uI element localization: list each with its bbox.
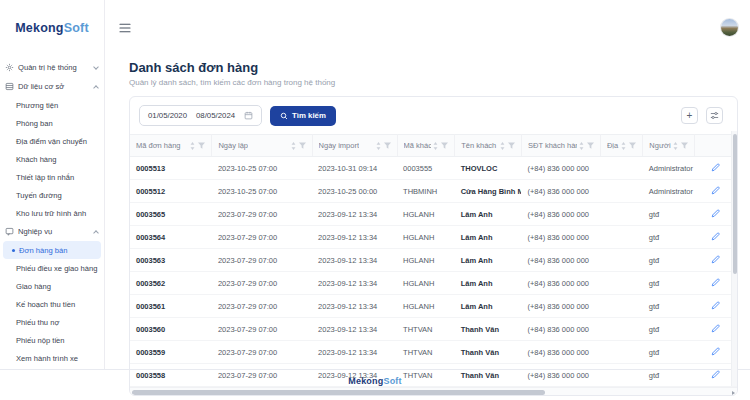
date-from-value[interactable]: 01/05/2020 (148, 111, 187, 120)
column-header[interactable]: Mã khách hàng (397, 135, 455, 157)
table-cell: Lâm Anh (455, 249, 522, 272)
column-settings-button[interactable] (706, 107, 723, 124)
vertical-scrollbar[interactable] (731, 131, 737, 386)
filter-icon[interactable] (299, 142, 306, 149)
table-cell (600, 341, 642, 364)
column-header[interactable]: Mã đơn hàng (130, 135, 212, 157)
sliders-icon (710, 111, 719, 120)
filter-icon[interactable] (629, 142, 636, 149)
sidebar-item[interactable]: Kho lưu trữ hình ảnh (0, 204, 104, 222)
date-to-value[interactable]: 08/05/2024 (196, 111, 235, 120)
sidebar-group-base-data[interactable]: Dữ liệu cơ sở (0, 77, 104, 96)
sort-icon[interactable] (673, 142, 678, 150)
filter-icon[interactable] (587, 142, 594, 149)
edit-pencil-icon[interactable] (711, 370, 720, 379)
sidebar-item[interactable]: Phòng ban (0, 114, 104, 132)
column-header[interactable]: Ngày lập (212, 135, 312, 157)
sidebar-item-label: Địa điểm vận chuyển (16, 137, 87, 146)
sort-icon[interactable] (621, 142, 626, 150)
table-cell: 0003560 (130, 318, 212, 341)
pagination: Số dòng trên trang 10 Trang 2 / 15 «‹›» (129, 396, 738, 400)
sidebar-item-label: Khách hàng (16, 155, 57, 164)
edit-pencil-icon[interactable] (711, 186, 720, 195)
edit-pencil-icon[interactable] (711, 301, 720, 310)
column-header-label: Người lập (649, 141, 671, 150)
sort-icon[interactable] (433, 142, 438, 150)
column-header[interactable]: Tên khách hàng (455, 135, 522, 157)
column-header[interactable]: Ngày import (312, 135, 397, 157)
table-cell: gtđ (643, 272, 695, 295)
main-content: Danh sách đơn hàng Quản lý danh sách, tì… (105, 55, 750, 369)
edit-pencil-icon[interactable] (711, 324, 720, 333)
table-cell (600, 180, 642, 203)
table-toolbar: 01/05/2020 08/05/2024 Tìm kiếm + (130, 97, 737, 134)
sidebar-item[interactable]: Kế hoạch thu tiền (0, 295, 104, 313)
table-cell: Lâm Anh (455, 272, 522, 295)
table-cell: 2023-09-12 13:34 (312, 226, 397, 249)
sidebar-item[interactable]: Giao hàng (0, 277, 104, 295)
filter-icon[interactable] (508, 142, 515, 149)
sidebar-item[interactable]: Phiếu điều xe giao hàng (0, 259, 104, 277)
sidebar-item[interactable]: Phiếu thu nợ (0, 313, 104, 331)
table-cell: 0003565 (130, 203, 212, 226)
sort-icon[interactable] (500, 142, 505, 150)
table-cell: THOVLOC (455, 157, 522, 180)
sidebar-item[interactable]: Thiết lập tin nhắn (0, 168, 104, 186)
filter-icon[interactable] (198, 142, 205, 149)
filter-icon[interactable] (384, 142, 391, 149)
column-header-label: Ngày import (319, 141, 359, 150)
search-button[interactable]: Tìm kiếm (270, 106, 336, 126)
table-cell (600, 318, 642, 341)
sidebar-item-label: Kế hoạch thu tiền (16, 300, 75, 309)
table-cell: 2023-09-12 13:34 (312, 249, 397, 272)
sort-icon[interactable] (579, 142, 584, 150)
edit-pencil-icon[interactable] (711, 255, 720, 264)
edit-pencil-icon[interactable] (711, 209, 720, 218)
sort-icon[interactable] (190, 142, 195, 150)
sidebar-item[interactable]: Địa điểm vận chuyển (0, 132, 104, 150)
edit-pencil-icon[interactable] (711, 278, 720, 287)
sort-icon[interactable] (376, 142, 381, 150)
edit-pencil-icon[interactable] (711, 347, 720, 356)
add-button[interactable]: + (681, 107, 698, 124)
filter-icon[interactable] (441, 142, 448, 149)
table-row: 00035612023-07-29 07:002023-09-12 13:34H… (130, 295, 737, 318)
sidebar-group-label: Quản trị hệ thống (18, 63, 90, 72)
chevron-up-icon (93, 230, 99, 236)
sidebar-item[interactable]: Khách hàng (0, 150, 104, 168)
horizontal-scrollbar-thumb[interactable] (132, 390, 545, 395)
column-header[interactable]: SĐT khách hàng (521, 135, 600, 157)
sidebar-item-active[interactable]: Đơn hàng bán (3, 241, 101, 259)
vertical-scrollbar-thumb[interactable] (733, 134, 737, 274)
table-cell: 0005513 (130, 157, 212, 180)
filter-icon[interactable] (681, 142, 688, 149)
sidebar-toggle-button[interactable] (117, 21, 133, 35)
table-cell: 0003562 (130, 272, 212, 295)
sidebar-group-system-admin[interactable]: Quản trị hệ thống (0, 58, 104, 77)
table-cell: Thanh Vân (455, 318, 522, 341)
column-header[interactable]: Người lập (643, 135, 695, 157)
sidebar-item[interactable]: Phương tiện (0, 96, 104, 114)
user-avatar[interactable] (721, 19, 738, 36)
table-cell: Lâm Anh (455, 295, 522, 318)
sidebar-item[interactable]: Xem hành trình xe (0, 349, 104, 367)
table-cell: THTVAN (397, 341, 455, 364)
sidebar-item[interactable]: Phiếu nộp tiền (0, 331, 104, 349)
table-cell: (+84) 836 000 000 (521, 249, 600, 272)
date-range-picker[interactable]: 01/05/2020 08/05/2024 (139, 105, 262, 126)
sidebar-item-label: Phòng ban (16, 119, 53, 128)
sort-icon[interactable] (291, 142, 296, 150)
table-cell: Lâm Anh (455, 203, 522, 226)
orders-table: Mã đơn hàngNgày lậpNgày importMã khách h… (130, 134, 737, 387)
column-header[interactable]: Địa chỉ (600, 135, 642, 157)
sidebar-item[interactable]: Tuyến đường (0, 186, 104, 204)
table-cell: Cửa Hàng Bình Minh (455, 180, 522, 203)
topbar-brand-area: MekongSoft (0, 0, 105, 55)
sidebar-group-operations[interactable]: Nghiệp vụ (0, 222, 104, 241)
edit-pencil-icon[interactable] (711, 163, 720, 172)
table-cell: (+84) 836 000 000 (521, 226, 600, 249)
table-cell: 2023-07-29 07:00 (212, 295, 312, 318)
horizontal-scrollbar[interactable] (130, 387, 737, 395)
table-row: 00035582023-07-29 07:002023-09-12 13:34T… (130, 364, 737, 387)
edit-pencil-icon[interactable] (711, 232, 720, 241)
